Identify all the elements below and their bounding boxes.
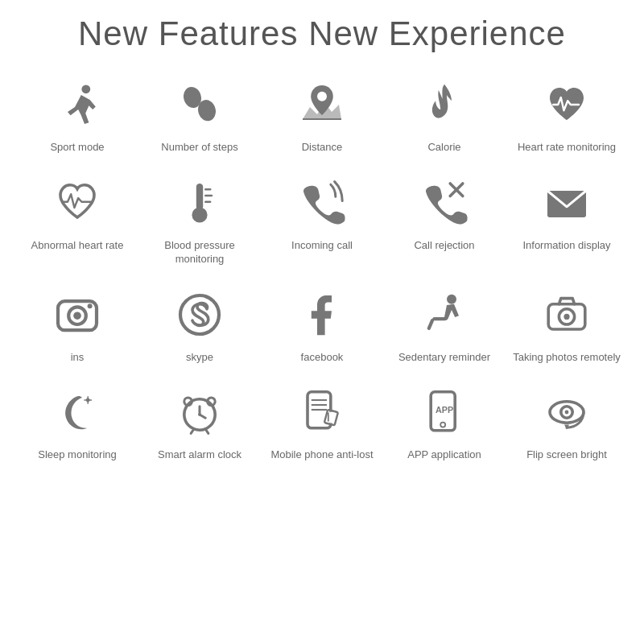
feature-sport-mode: Sport mode [16,68,138,166]
abnormal-heart-rate-label: Abnormal heart rate [31,238,124,253]
feature-abnormal-heart-rate: Abnormal heart rate [16,166,138,278]
svg-point-42 [565,411,569,415]
feature-skype: skype [138,278,261,376]
smart-alarm-clock-label: Smart alarm clock [158,448,242,462]
calorie-icon [415,76,473,134]
facebook-icon [293,286,351,344]
feature-number-of-steps: Number of steps [138,68,261,166]
mobile-phone-anti-lost-label: Mobile phone anti-lost [270,448,373,462]
svg-point-14 [73,312,81,320]
feature-facebook: facebook [261,278,383,376]
feature-calorie: Calorie [383,68,506,166]
calorie-label: Calorie [427,140,460,155]
call-rejection-icon [415,174,473,232]
svg-line-31 [205,429,208,433]
ins-icon [48,286,106,344]
svg-point-29 [198,413,201,416]
incoming-call-label: Incoming call [291,238,353,253]
feature-sedentary-reminder: Sedentary reminder [383,278,506,376]
blood-pressure-monitoring-label: Blood pressure monitoring [142,238,258,266]
information-display-icon [538,174,596,232]
distance-icon [293,76,351,134]
flip-screen-bright-label: Flip screen bright [526,448,607,462]
feature-call-rejection: Call rejection [383,166,506,278]
feature-information-display: Information display [506,166,628,278]
svg-text:APP: APP [436,405,453,415]
distance-label: Distance [302,140,343,155]
skype-label: skype [186,350,213,365]
feature-heart-rate-monitoring: Heart rate monitoring [506,68,628,166]
abnormal-heart-rate-icon [48,174,106,232]
sedentary-reminder-icon [415,286,473,344]
svg-point-25 [184,398,192,406]
skype-icon [171,286,229,344]
feature-ins: ins [16,278,138,376]
facebook-label: facebook [301,350,344,365]
svg-line-17 [429,320,432,328]
page-title: New Features New Experience [78,14,566,53]
app-application-icon: APP [415,383,473,441]
feature-incoming-call: Incoming call [261,166,383,278]
sedentary-reminder-label: Sedentary reminder [398,350,490,365]
call-rejection-label: Call rejection [414,238,474,253]
sport-mode-icon [48,76,106,134]
svg-point-5 [192,207,207,222]
feature-taking-photos-remotely: Taking photos remotely [506,278,628,376]
sport-mode-label: Sport mode [50,140,104,155]
sleep-monitoring-label: Sleep monitoring [38,448,117,462]
taking-photos-remotely-icon [538,286,596,344]
feature-sleep-monitoring: Sleep monitoring [16,375,138,473]
heart-rate-monitoring-icon [538,76,596,134]
svg-point-39 [440,423,445,427]
svg-rect-4 [196,184,203,210]
page: New Features New Experience Sport mode [0,0,644,644]
svg-point-3 [317,92,327,101]
number-of-steps-icon [171,76,229,134]
feature-mobile-phone-anti-lost: Mobile phone anti-lost [261,375,383,473]
feature-blood-pressure-monitoring: Blood pressure monitoring [138,166,261,278]
svg-point-20 [564,313,569,319]
svg-point-16 [447,294,456,303]
incoming-call-icon [293,174,351,232]
taking-photos-remotely-label: Taking photos remotely [513,350,621,365]
svg-point-26 [208,398,216,406]
feature-app-application: APP APP application [383,375,506,473]
sleep-monitoring-icon [48,383,106,441]
svg-point-15 [88,303,93,308]
svg-line-30 [191,429,194,433]
feature-flip-screen-bright: Flip screen bright [506,375,628,473]
mobile-phone-anti-lost-icon [293,383,351,441]
features-grid: Sport mode Number of steps [16,68,628,473]
blood-pressure-monitoring-icon [171,174,229,232]
information-display-label: Information display [522,238,610,253]
svg-point-0 [81,85,90,93]
number-of-steps-label: Number of steps [161,140,237,155]
feature-distance: Distance [261,68,383,166]
app-application-label: APP application [407,448,481,462]
feature-smart-alarm-clock: Smart alarm clock [138,375,261,473]
smart-alarm-clock-icon [171,383,229,441]
heart-rate-monitoring-label: Heart rate monitoring [518,140,616,155]
flip-screen-bright-icon [538,383,596,441]
ins-label: ins [71,350,85,365]
